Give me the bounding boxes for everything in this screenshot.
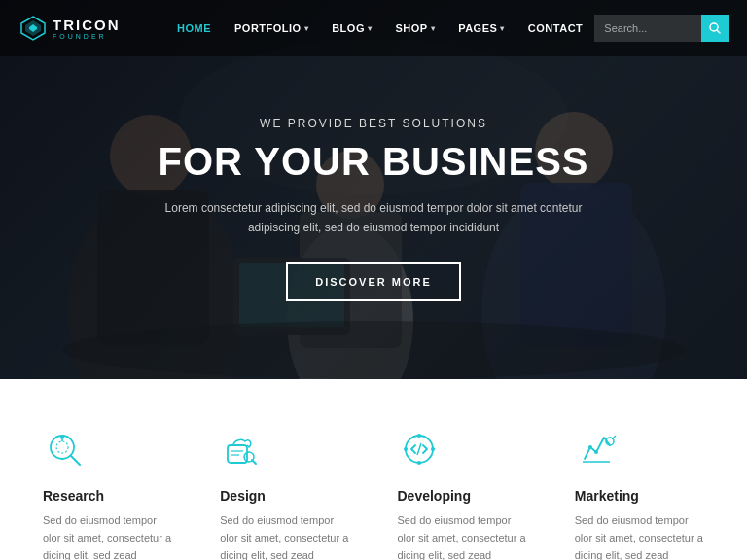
card-developing: Developing Sed do eiusmod tempor olor si… bbox=[374, 418, 551, 560]
hero-subtitle: WE PROVIDE BEST SOLUTIONS bbox=[260, 117, 487, 130]
hero-description: Lorem consectetur adipiscing elit, sed d… bbox=[140, 198, 607, 238]
card-marketing-desc: Sed do eiusmod tempor olor sit amet, con… bbox=[575, 511, 704, 560]
card-developing-desc: Sed do eiusmod tempor olor sit amet, con… bbox=[398, 511, 527, 560]
svg-point-21 bbox=[56, 441, 68, 453]
navbar: TRICON FOUNDER HOME PORTFOLIO ▾ BLOG ▾ S… bbox=[0, 0, 747, 56]
nav-item-pages[interactable]: PAGES ▾ bbox=[446, 0, 516, 56]
search-icon bbox=[709, 22, 721, 34]
svg-line-30 bbox=[417, 443, 421, 455]
chevron-down-icon: ▾ bbox=[431, 24, 436, 33]
nav-item-portfolio[interactable]: PORTFOLIO ▾ bbox=[223, 0, 320, 56]
svg-line-4 bbox=[717, 30, 720, 33]
logo[interactable]: TRICON FOUNDER bbox=[19, 15, 136, 42]
hero-content: WE PROVIDE BEST SOLUTIONS FOR YOUR BUSIN… bbox=[0, 0, 747, 379]
svg-point-31 bbox=[417, 434, 421, 438]
nav-item-contact[interactable]: CONTACT bbox=[516, 0, 594, 56]
chevron-down-icon: ▾ bbox=[368, 24, 373, 33]
card-research-desc: Sed do eiusmod tempor olor sit amet, con… bbox=[43, 511, 172, 560]
svg-point-32 bbox=[417, 461, 421, 465]
design-icon bbox=[220, 428, 263, 471]
card-design-title: Design bbox=[220, 488, 349, 504]
search-form bbox=[594, 15, 729, 42]
svg-point-23 bbox=[60, 436, 64, 439]
hero-title: FOR YOUR BUSINESS bbox=[159, 140, 589, 183]
search-input[interactable] bbox=[594, 15, 701, 42]
svg-rect-24 bbox=[228, 445, 247, 463]
svg-point-38 bbox=[594, 450, 598, 454]
card-research: Research Sed do eiusmod tempor olor sit … bbox=[19, 418, 196, 560]
logo-icon bbox=[19, 15, 47, 42]
search-button[interactable] bbox=[701, 15, 729, 42]
svg-point-33 bbox=[404, 447, 408, 451]
research-icon bbox=[43, 428, 86, 471]
logo-text: TRICON FOUNDER bbox=[53, 18, 121, 40]
marketing-icon bbox=[575, 428, 618, 471]
svg-line-36 bbox=[612, 436, 616, 439]
nav-item-shop[interactable]: SHOP ▾ bbox=[383, 0, 446, 56]
features-section: Research Sed do eiusmod tempor olor sit … bbox=[0, 379, 747, 560]
svg-line-28 bbox=[252, 460, 256, 464]
card-marketing-title: Marketing bbox=[575, 488, 704, 504]
svg-point-34 bbox=[431, 447, 435, 451]
logo-tagline: FOUNDER bbox=[53, 33, 121, 40]
card-design-desc: Sed do eiusmod tempor olor sit amet, con… bbox=[220, 511, 349, 560]
card-design: Design Sed do eiusmod tempor olor sit am… bbox=[196, 418, 374, 560]
svg-line-20 bbox=[71, 456, 80, 465]
card-marketing: Marketing Sed do eiusmod tempor olor sit… bbox=[551, 418, 728, 560]
hero-section: WE PROVIDE BEST SOLUTIONS FOR YOUR BUSIN… bbox=[0, 0, 747, 379]
nav-item-home[interactable]: HOME bbox=[165, 0, 223, 56]
svg-point-37 bbox=[588, 445, 592, 449]
nav-links: HOME PORTFOLIO ▾ BLOG ▾ SHOP ▾ PAGES ▾ C… bbox=[165, 0, 594, 56]
card-developing-title: Developing bbox=[398, 488, 527, 504]
card-research-title: Research bbox=[43, 488, 172, 504]
hero-cta-button[interactable]: DISCOVER MORE bbox=[286, 262, 461, 301]
chevron-down-icon: ▾ bbox=[500, 24, 505, 33]
logo-name: TRICON bbox=[53, 18, 121, 32]
nav-item-blog[interactable]: BLOG ▾ bbox=[320, 0, 383, 56]
chevron-down-icon: ▾ bbox=[304, 24, 309, 33]
developing-icon bbox=[398, 428, 441, 471]
